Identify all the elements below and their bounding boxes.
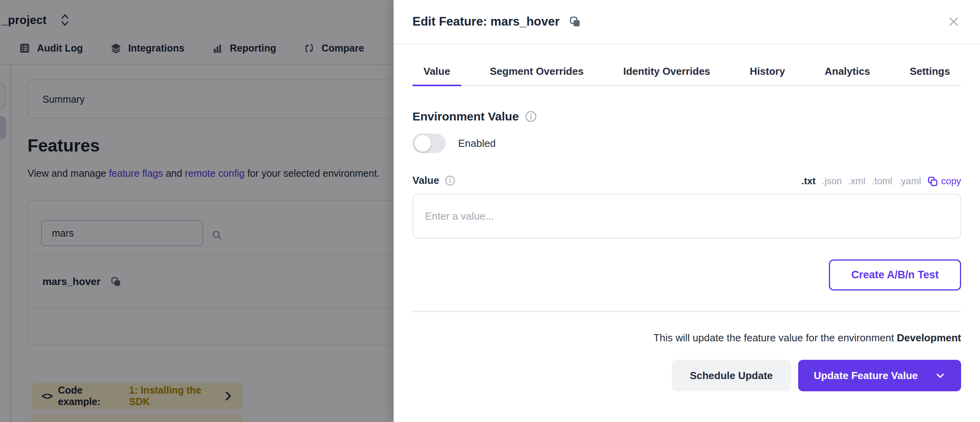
copy-label: copy — [941, 176, 961, 187]
update-note: This will update the feature value for t… — [412, 332, 961, 344]
tab-identity-overrides[interactable]: Identity Overrides — [612, 65, 721, 86]
format-option-txt[interactable]: .txt — [801, 176, 815, 187]
update-note-text: This will update the feature value for t… — [653, 332, 897, 344]
format-option-json[interactable]: .json — [822, 176, 842, 187]
format-option-toml[interactable]: .toml — [872, 176, 892, 187]
enabled-toggle-label: Enabled — [458, 137, 496, 150]
tab-history[interactable]: History — [739, 65, 796, 86]
environment-value-heading: Environment Value — [412, 110, 519, 123]
value-field-label: Value — [412, 174, 439, 187]
edit-feature-drawer: Edit Feature: mars_hover Value Segment O… — [394, 0, 980, 422]
value-input[interactable] — [412, 194, 961, 239]
update-feature-value-button[interactable]: Update Feature Value — [798, 360, 961, 391]
format-option-xml[interactable]: .xml — [848, 176, 865, 187]
drawer-header: Edit Feature: mars_hover — [394, 0, 980, 44]
enabled-toggle[interactable] — [412, 133, 446, 153]
value-format-row: .txt .json .xml .toml .yaml copy — [801, 176, 961, 187]
drawer-title: Edit Feature: mars_hover — [412, 15, 560, 29]
enabled-toggle-row: Enabled — [412, 133, 961, 153]
info-icon[interactable] — [525, 111, 537, 122]
copy-value-button[interactable]: copy — [927, 176, 961, 187]
format-option-yaml[interactable]: .yaml — [899, 176, 921, 187]
drawer-tabs: Value Segment Overrides Identity Overrid… — [412, 65, 961, 86]
create-abn-test-button[interactable]: Create A/B/n Test — [829, 259, 961, 291]
update-button-label: Update Feature Value — [814, 370, 918, 382]
copy-icon — [927, 176, 938, 187]
close-icon[interactable] — [946, 14, 961, 29]
info-icon[interactable] — [445, 175, 455, 186]
copy-icon[interactable] — [569, 16, 581, 28]
chevron-down-icon — [935, 370, 945, 381]
tab-settings[interactable]: Settings — [899, 65, 961, 86]
tab-segment-overrides[interactable]: Segment Overrides — [479, 65, 594, 86]
tab-analytics[interactable]: Analytics — [814, 65, 881, 86]
section-divider — [412, 311, 961, 312]
environment-name: Development — [897, 332, 961, 344]
tab-value[interactable]: Value — [412, 65, 461, 86]
schedule-update-button[interactable]: Schedule Update — [672, 360, 791, 391]
toggle-knob — [414, 135, 431, 152]
